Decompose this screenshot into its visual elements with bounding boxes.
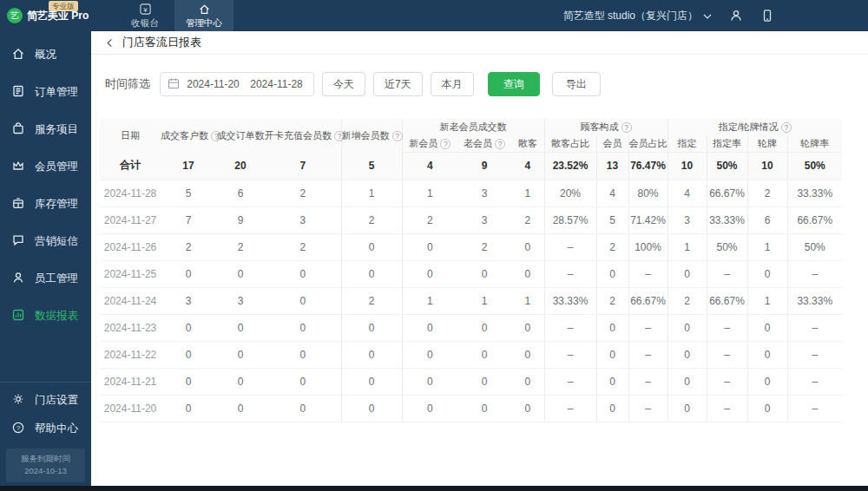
svg-text:¥: ¥ xyxy=(143,5,148,13)
table-cell: 80% xyxy=(628,180,667,206)
table-row: 2024-11-220000000–0–0–0– xyxy=(100,341,842,368)
back-button[interactable] xyxy=(105,38,115,48)
sidebar-item-label: 门店设置 xyxy=(35,393,78,408)
service-expiry-label: 服务到期时间 xyxy=(8,453,83,466)
table-cell: 1 xyxy=(511,287,544,314)
sidebar-item-label: 员工管理 xyxy=(35,272,78,286)
table-cell: 10 xyxy=(667,152,707,180)
table-cell: 0 xyxy=(457,341,511,368)
tab-management-center[interactable]: 管理中心 xyxy=(174,0,233,31)
table-cell: 0 xyxy=(747,260,787,287)
sidebar-item-label: 营销短信 xyxy=(35,234,78,249)
quick-filter-last7days[interactable]: 近7天 xyxy=(373,72,423,96)
sidebar-item-data-reports[interactable]: 数据报表 xyxy=(0,298,91,335)
tab-cashier[interactable]: ¥ 收银台 xyxy=(115,0,174,31)
date-cell: 2024-11-25 xyxy=(100,260,161,287)
table-cell: 0 xyxy=(341,260,402,287)
table-row: 2024-11-210000000–0–0–0– xyxy=(100,368,842,395)
message-icon xyxy=(11,233,25,250)
date-range-input[interactable]: 2024-11-20 2024-11-28 xyxy=(160,72,314,96)
topbar-right: 简艺造型 studio（复兴门店） xyxy=(563,0,774,31)
sidebar-item-marketing-sms[interactable]: 营销短信 xyxy=(0,223,91,260)
crown-icon xyxy=(11,159,25,175)
table-cell: 0 xyxy=(667,368,707,395)
sidebar-menu: 概况 订单管理 服务项目 会员管理 xyxy=(0,36,91,335)
table-cell: 71.42% xyxy=(628,206,667,233)
table-cell: 0 xyxy=(667,341,707,368)
table-cell: 0 xyxy=(265,395,341,422)
quick-filter-this-month[interactable]: 本月 xyxy=(431,72,474,96)
table-cell: – xyxy=(787,341,842,368)
help-icon: ? xyxy=(621,122,632,133)
table-cell: – xyxy=(544,395,596,422)
column-header: 会员 xyxy=(596,135,628,152)
page-title: 门店客流日报表 xyxy=(122,35,201,50)
table-cell: 50% xyxy=(707,233,747,260)
table-row: 2024-11-27793223228.57%571.42%333.33%666… xyxy=(100,206,842,233)
store-selector[interactable]: 简艺造型 studio（复兴门店） xyxy=(563,9,712,23)
query-button[interactable]: 查询 xyxy=(488,72,540,96)
column-header: 新老会员成交数 xyxy=(402,119,544,135)
table-cell: 0 xyxy=(667,260,707,287)
date-cell: 2024-11-24 xyxy=(100,287,161,314)
date-start-field[interactable]: 2024-11-20 xyxy=(183,78,243,90)
gear-icon xyxy=(11,392,25,409)
date-end-field[interactable]: 2024-11-28 xyxy=(247,78,306,90)
table-cell: 3 xyxy=(216,287,265,314)
column-header: 开卡充值会员数? xyxy=(265,119,341,152)
table-cell: 50% xyxy=(787,233,842,260)
table-cell: 10 xyxy=(747,152,787,180)
table-cell: 1 xyxy=(511,180,544,206)
table-cell: 0 xyxy=(161,260,216,287)
chevron-down-icon xyxy=(703,10,712,22)
table-cell: 66.67% xyxy=(787,206,842,233)
home-icon xyxy=(11,47,25,63)
table-cell: 2 xyxy=(265,180,341,206)
table-cell: 2 xyxy=(402,206,457,233)
table-row: 2024-11-24330211133.33%266.67%266.67%133… xyxy=(100,287,842,314)
sidebar-item-service-items[interactable]: 服务项目 xyxy=(0,111,91,148)
table-cell: 1 xyxy=(667,233,707,260)
table-cell: 0 xyxy=(402,233,457,260)
column-header: 会员占比 xyxy=(628,135,667,152)
sidebar-item-staff-management[interactable]: 员工管理 xyxy=(0,260,91,298)
column-header: 指定 xyxy=(667,135,707,152)
export-button[interactable]: 导出 xyxy=(552,72,601,96)
table-cell: 0 xyxy=(402,341,457,368)
table-cell: 5 xyxy=(341,152,402,180)
column-header: 指定/轮牌情况? xyxy=(667,119,842,135)
table-cell: 66.67% xyxy=(707,180,747,206)
table-cell: 2 xyxy=(596,233,628,260)
table-cell: 4 xyxy=(402,152,457,180)
quick-filter-today[interactable]: 今天 xyxy=(322,72,365,96)
sidebar-item-overview[interactable]: 概况 xyxy=(0,36,91,74)
user-icon[interactable] xyxy=(729,9,743,23)
table-cell: 0 xyxy=(402,395,457,422)
phone-icon[interactable] xyxy=(760,9,774,23)
sidebar-item-order-management[interactable]: 订单管理 xyxy=(0,74,91,111)
table-cell: – xyxy=(707,314,747,341)
table-row: 2024-11-262220020–2100%150%150% xyxy=(100,233,842,260)
table-cell: 1 xyxy=(402,287,457,314)
column-header: 新会员? xyxy=(402,135,457,152)
table-cell: 7 xyxy=(161,206,216,233)
table-cell: 4 xyxy=(596,180,628,206)
table-cell: 66.67% xyxy=(707,287,747,314)
table-cell: 20% xyxy=(544,180,596,206)
sidebar-footer: 门店设置 ? 帮助中心 服务到期时间 2024-10-13 xyxy=(0,382,91,491)
sidebar-item-member-management[interactable]: 会员管理 xyxy=(0,148,91,186)
date-cell: 2024-11-20 xyxy=(100,395,161,422)
table-cell: 0 xyxy=(402,314,457,341)
table-cell: 0 xyxy=(511,368,544,395)
table-cell: 0 xyxy=(341,341,402,368)
filter-label: 时间筛选 xyxy=(105,76,150,92)
cashier-icon: ¥ xyxy=(139,3,152,16)
table-cell: – xyxy=(628,368,667,395)
table-cell: 0 xyxy=(596,395,628,422)
sidebar-item-help-center[interactable]: ? 帮助中心 xyxy=(0,415,91,443)
sidebar-item-inventory-management[interactable]: 库存管理 xyxy=(0,186,91,223)
table-cell: 0 xyxy=(457,260,511,287)
table-cell: 2 xyxy=(667,287,707,314)
person-icon xyxy=(11,271,25,287)
sidebar-item-store-settings[interactable]: 门店设置 xyxy=(0,386,91,415)
